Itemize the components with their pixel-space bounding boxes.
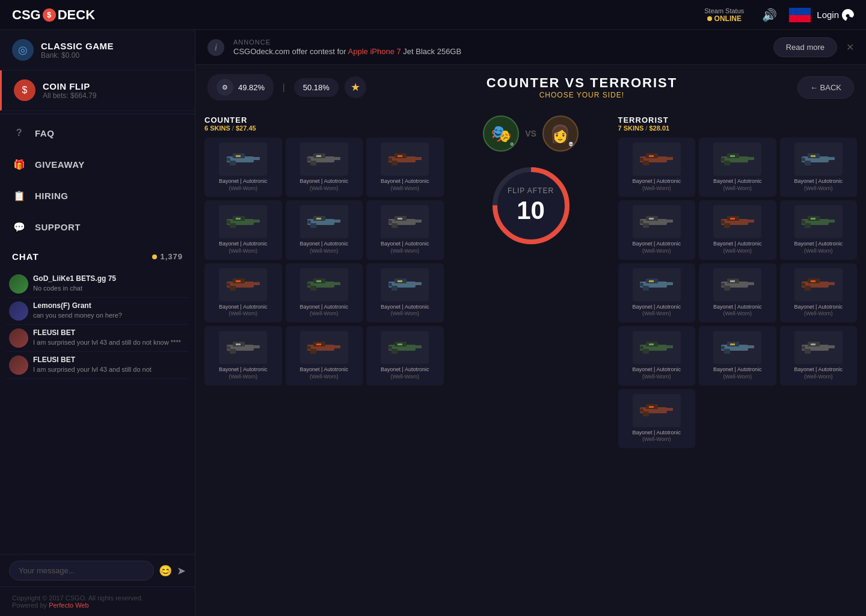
steam-status: Steam Status ONLINE: [704, 7, 744, 23]
chat-avatar: [9, 301, 28, 321]
svg-rect-130: [664, 345, 673, 348]
skin-weapon-svg: [224, 210, 263, 234]
chat-message: FLEUSI BET I am surprised your lvl 43 an…: [6, 325, 189, 352]
chat-emoji-button[interactable]: 😊: [159, 564, 172, 578]
sidebar-item-support[interactable]: 💬 SUPPORT: [0, 211, 195, 242]
online-dot: [707, 16, 712, 21]
skin-weapon-svg: [799, 273, 838, 297]
svg-rect-142: [826, 345, 835, 348]
skin-name: Bayonet | Autotronic(Well-Worn): [219, 366, 267, 380]
svg-rect-27: [310, 223, 316, 228]
svg-rect-113: [643, 286, 649, 291]
flip-after-text: FLIP AFTER: [508, 186, 554, 195]
skin-image: [713, 268, 761, 301]
skin-card[interactable]: Bayonet | Autotronic(Well-Worn): [699, 263, 776, 322]
language-flag[interactable]: [789, 8, 811, 22]
skin-card[interactable]: Bayonet | Autotronic(Well-Worn): [618, 326, 696, 385]
volume-button[interactable]: 🔊: [756, 5, 783, 25]
counter-percentage-button[interactable]: ⚙ 49.82%: [207, 74, 274, 100]
svg-rect-40: [236, 280, 241, 282]
close-announcement-button[interactable]: ✕: [846, 42, 854, 53]
skin-card[interactable]: Bayonet | Autotronic(Well-Worn): [366, 263, 444, 322]
logo-text-deck: DECK: [58, 7, 95, 23]
announcement-text-before: CSGOdeck.com offer contest for: [233, 47, 348, 56]
svg-rect-107: [805, 223, 811, 228]
skin-card[interactable]: Bayonet | Autotronic(Well-Worn): [286, 200, 363, 259]
skin-card[interactable]: Bayonet | Autotronic(Well-Worn): [780, 138, 858, 197]
login-button[interactable]: Login: [817, 9, 854, 21]
svg-rect-4: [236, 155, 241, 157]
svg-rect-118: [745, 282, 754, 285]
skin-image: [633, 394, 681, 427]
sidebar-item-hiring[interactable]: 📋 HIRING: [0, 180, 195, 211]
skin-weapon-svg: [637, 336, 676, 360]
skin-card[interactable]: Bayonet | Autotronic(Well-Worn): [618, 263, 696, 322]
svg-rect-20: [251, 220, 260, 223]
svg-rect-57: [230, 349, 236, 354]
coinflip-subtitle: All bets: $664.79: [43, 91, 96, 100]
terrorist-percentage-button[interactable]: 50.18%: [294, 78, 339, 97]
classic-game-info: CLASSIC GAME Bank: $0.00: [41, 41, 114, 60]
favorite-button[interactable]: ★: [345, 76, 366, 98]
skin-card[interactable]: Bayonet | Autotronic(Well-Worn): [204, 326, 282, 385]
read-more-button[interactable]: Read more: [773, 37, 837, 57]
chat-message-content: FLEUSI BET I am surprised your lvl 43 an…: [33, 356, 186, 375]
skin-card[interactable]: Bayonet | Autotronic(Well-Worn): [780, 326, 858, 385]
skin-weapon-svg: [304, 210, 343, 234]
back-button[interactable]: ← BACK: [797, 76, 854, 99]
svg-rect-76: [664, 157, 673, 160]
skin-weapon-svg: [224, 336, 263, 360]
skin-card[interactable]: Bayonet | Autotronic(Well-Worn): [204, 138, 282, 197]
skin-weapon-svg: [718, 210, 757, 234]
skin-card[interactable]: Bayonet | Autotronic(Well-Worn): [204, 263, 282, 322]
perfecto-web-link[interactable]: Perfecto Web: [49, 602, 88, 609]
svg-rect-45: [310, 286, 316, 291]
skin-card[interactable]: Bayonet | Autotronic(Well-Worn): [699, 326, 776, 385]
skin-name: Bayonet | Autotronic(Well-Worn): [713, 366, 761, 380]
svg-rect-125: [805, 286, 811, 291]
skin-name: Bayonet | Autotronic(Well-Worn): [381, 241, 429, 254]
chat-text: can you send money on here?: [33, 311, 186, 320]
coinflip-icon: $: [14, 79, 35, 101]
skin-weapon-svg: [224, 147, 263, 171]
skin-image: [219, 143, 267, 176]
skin-name: Bayonet | Autotronic(Well-Worn): [300, 366, 348, 380]
avatars-row: 🎭 ⚙ VS 👩 💀: [483, 116, 579, 152]
support-icon: 💬: [12, 220, 26, 234]
svg-rect-101: [724, 223, 730, 228]
chat-send-button[interactable]: ➤: [177, 564, 186, 578]
skin-card[interactable]: Bayonet | Autotronic(Well-Worn): [699, 200, 776, 259]
skin-card[interactable]: Bayonet | Autotronic(Well-Worn): [780, 263, 858, 322]
copyright-text: Copyright © 2017 CSGO. All rights reserv…: [12, 594, 183, 602]
sidebar-item-coin-flip[interactable]: $ COIN FLIP All bets: $664.79: [0, 70, 195, 111]
giveaway-label: GIVEAWAY: [35, 159, 85, 170]
skin-card[interactable]: Bayonet | Autotronic(Well-Worn): [286, 138, 363, 197]
skin-card[interactable]: Bayonet | Autotronic(Well-Worn): [618, 389, 696, 448]
skin-card[interactable]: Bayonet | Autotronic(Well-Worn): [366, 326, 444, 385]
sidebar-item-classic-game[interactable]: ◎ CLASSIC GAME Bank: $0.00: [0, 30, 195, 70]
svg-rect-96: [649, 218, 654, 220]
skin-card[interactable]: Bayonet | Autotronic(Well-Worn): [286, 326, 363, 385]
skin-image: [794, 205, 843, 238]
skin-card[interactable]: Bayonet | Autotronic(Well-Worn): [618, 200, 696, 259]
skin-card[interactable]: Bayonet | Autotronic(Well-Worn): [618, 138, 696, 197]
skin-image: [794, 268, 843, 301]
skin-card[interactable]: Bayonet | Autotronic(Well-Worn): [699, 138, 776, 197]
svg-rect-32: [413, 220, 422, 223]
skin-card[interactable]: Bayonet | Autotronic(Well-Worn): [780, 200, 858, 259]
sidebar-item-giveaway[interactable]: 🎁 GIVEAWAY: [0, 149, 195, 180]
skin-image: [300, 143, 348, 176]
skin-card[interactable]: Bayonet | Autotronic(Well-Worn): [366, 138, 444, 197]
chat-input[interactable]: [9, 561, 154, 581]
skin-card[interactable]: Bayonet | Autotronic(Well-Worn): [286, 263, 363, 322]
chat-avatar: [9, 356, 28, 375]
terrorist-team-skins: 7 SKINS / $28.01: [618, 125, 858, 132]
svg-point-133: [640, 346, 643, 350]
svg-rect-126: [811, 280, 815, 282]
powered-by-text: Powered by Perfecto Web: [12, 602, 183, 609]
skin-card[interactable]: Bayonet | Autotronic(Well-Worn): [204, 200, 282, 259]
svg-point-53: [388, 283, 392, 286]
skin-card[interactable]: Bayonet | Autotronic(Well-Worn): [366, 200, 444, 259]
sidebar-item-faq[interactable]: ? FAQ: [0, 117, 195, 149]
chat-avatar: [9, 328, 28, 348]
